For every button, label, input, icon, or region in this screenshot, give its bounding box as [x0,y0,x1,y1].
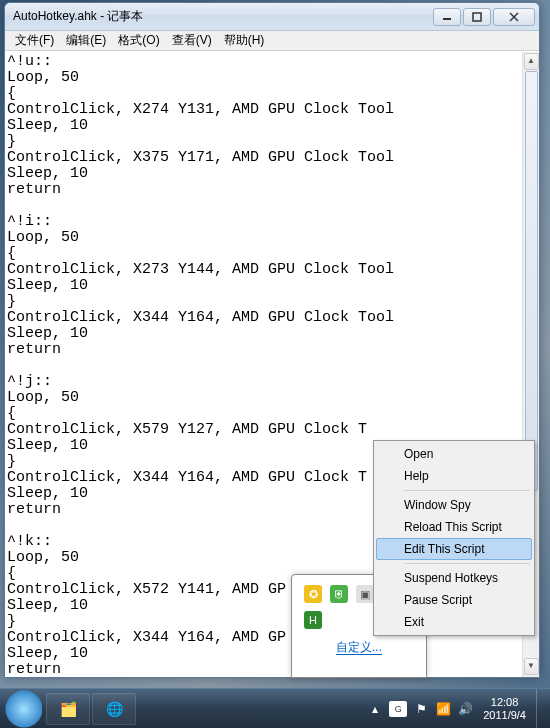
scroll-up-button[interactable]: ▲ [524,53,539,70]
scroll-thumb[interactable] [525,71,538,491]
ctx-exit[interactable]: Exit [376,611,532,633]
context-menu: Open Help Window Spy Reload This Script … [373,440,535,636]
system-tray: ▴ G ⚑ 📶 🔊 12:08 2011/9/4 [367,689,550,729]
task-icons: 🗂️ 🌐 [46,693,136,725]
tray-icon-shield[interactable]: ⛨ [330,585,348,603]
ctx-pause-script[interactable]: Pause Script [376,589,532,611]
menubar: 文件(F) 编辑(E) 格式(O) 查看(V) 帮助(H) [5,31,539,51]
ctx-open[interactable]: Open [376,443,532,465]
tray-network-icon[interactable]: 📶 [435,701,451,717]
tray-lang-icon[interactable]: G [389,701,407,717]
ctx-sep-2 [404,563,530,564]
clock-date: 2011/9/4 [483,709,526,722]
tray-customize-link[interactable]: 自定义... [292,633,426,660]
tray-icon-ahk[interactable]: H [304,611,322,629]
task-icon-explorer[interactable]: 🗂️ [46,693,90,725]
minimize-button[interactable] [433,8,461,26]
ctx-suspend-hotkeys[interactable]: Suspend Hotkeys [376,567,532,589]
tray-action-center-icon[interactable]: ⚑ [413,701,429,717]
menu-file[interactable]: 文件(F) [9,30,60,51]
tray-volume-icon[interactable]: 🔊 [457,701,473,717]
window-title: AutoHotkey.ahk - 记事本 [13,8,431,25]
ctx-help[interactable]: Help [376,465,532,487]
scroll-down-button[interactable]: ▼ [524,658,539,675]
close-button[interactable] [493,8,535,26]
titlebar: AutoHotkey.ahk - 记事本 [5,3,539,31]
taskbar-clock[interactable]: 12:08 2011/9/4 [479,696,530,722]
tray-icon-generic[interactable]: ▣ [356,585,374,603]
ctx-reload-script[interactable]: Reload This Script [376,516,532,538]
clock-time: 12:08 [483,696,526,709]
ctx-sep-1 [404,490,530,491]
menu-edit[interactable]: 编辑(E) [60,30,112,51]
tray-icon-360[interactable]: ✪ [304,585,322,603]
tray-overflow-button[interactable]: ▴ [367,701,383,717]
maximize-button[interactable] [463,8,491,26]
menu-view[interactable]: 查看(V) [166,30,218,51]
start-button[interactable] [0,689,42,729]
ctx-window-spy[interactable]: Window Spy [376,494,532,516]
show-desktop-button[interactable] [536,689,546,729]
taskbar: 🗂️ 🌐 ▴ G ⚑ 📶 🔊 12:08 2011/9/4 [0,688,550,728]
menu-format[interactable]: 格式(O) [112,30,165,51]
task-icon-chrome[interactable]: 🌐 [92,693,136,725]
ctx-edit-script[interactable]: Edit This Script [376,538,532,560]
svg-rect-1 [473,13,481,21]
menu-help[interactable]: 帮助(H) [218,30,271,51]
